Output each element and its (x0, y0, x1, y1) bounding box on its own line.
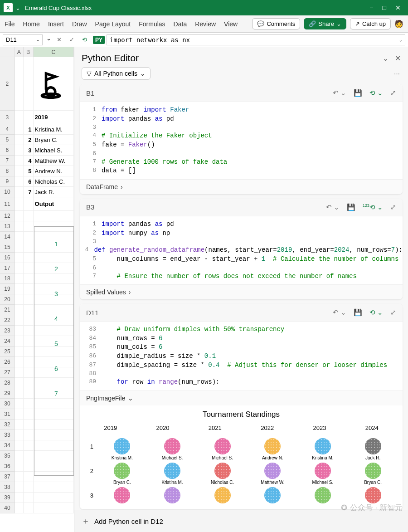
cell[interactable]: Kristina M. (34, 124, 74, 135)
expand-icon[interactable]: ⤢ (390, 308, 396, 317)
row-header[interactable]: 20 (0, 294, 15, 305)
cell[interactable] (24, 472, 34, 482)
code-line[interactable]: 88 (80, 370, 403, 378)
row-header[interactable]: 19 (0, 284, 15, 294)
row-header[interactable]: 18 (0, 273, 15, 284)
cell[interactable] (34, 493, 74, 503)
code-line[interactable]: 1from faker import Faker (80, 106, 403, 115)
cell[interactable]: 4 (24, 156, 34, 166)
cell[interactable] (24, 315, 34, 326)
cell[interactable] (15, 135, 24, 145)
cell[interactable]: Output (34, 197, 74, 211)
cell-output-type[interactable]: Spilled Values › (80, 284, 403, 299)
cell[interactable]: Matthew W. (34, 156, 74, 166)
cell[interactable] (15, 451, 24, 461)
formula-enter-icon[interactable]: ✓ (67, 35, 77, 45)
cell[interactable] (15, 197, 24, 211)
cell[interactable] (24, 221, 34, 232)
code-line[interactable]: 7 # Ensure the number of rows does not e… (80, 272, 403, 281)
cell[interactable] (24, 232, 34, 242)
col-header-a[interactable]: A (15, 47, 24, 57)
cell[interactable] (24, 284, 34, 294)
cell[interactable] (15, 187, 24, 197)
row-header[interactable]: 23 (0, 326, 15, 336)
ribbon-tab-home[interactable]: Home (23, 20, 40, 28)
row-header[interactable]: 14 (0, 232, 15, 242)
ribbon-tab-formulas[interactable]: Formulas (139, 20, 165, 28)
row-header[interactable]: 40 (0, 503, 15, 513)
cell[interactable] (15, 124, 24, 135)
code-line[interactable]: 2import pandas as pd (80, 115, 403, 124)
cell[interactable]: Michael S. (34, 145, 74, 156)
window-close-button[interactable]: ✕ (395, 4, 401, 11)
cell[interactable] (15, 221, 24, 232)
cell[interactable] (24, 378, 34, 388)
cell[interactable]: 6 (24, 176, 34, 187)
code-line[interactable]: 6 (80, 264, 403, 272)
cell[interactable] (15, 273, 24, 284)
cell[interactable] (15, 263, 24, 273)
cell[interactable] (24, 326, 34, 336)
cell[interactable] (15, 166, 24, 176)
editor-more-menu[interactable]: ⋯ (394, 70, 401, 77)
row-header[interactable]: 36 (0, 461, 15, 472)
cell[interactable] (24, 273, 34, 284)
ribbon-tab-view[interactable]: View (224, 20, 238, 28)
row-header[interactable]: 6 (0, 145, 15, 156)
cell[interactable] (15, 420, 24, 430)
ribbon-tab-page-layout[interactable]: Page Layout (95, 20, 131, 28)
ribbon-tab-review[interactable]: Review (195, 20, 216, 28)
col-header-b[interactable]: B (24, 47, 34, 57)
cell[interactable] (24, 253, 34, 263)
cell[interactable]: 1 (24, 124, 34, 135)
cell[interactable] (15, 472, 24, 482)
cell[interactable] (24, 211, 34, 221)
cell[interactable] (24, 399, 34, 409)
code-line[interactable]: 1import pandas as pd (80, 220, 403, 229)
code-line[interactable]: 5fake = Faker() (80, 141, 403, 150)
cell[interactable] (24, 305, 34, 315)
save-icon[interactable]: 💾 (354, 89, 362, 97)
comments-button[interactable]: 💬 Comments (252, 18, 300, 29)
cell[interactable] (24, 367, 34, 378)
cell[interactable] (15, 440, 24, 451)
cell[interactable] (15, 232, 24, 242)
formula-cancel-icon[interactable]: ✕ (54, 35, 64, 45)
window-maximize-button[interactable]: □ (383, 4, 386, 11)
cell[interactable] (24, 197, 34, 211)
row-header[interactable]: 7 (0, 156, 15, 166)
row-header[interactable]: 29 (0, 388, 15, 399)
cell-output-type[interactable]: DataFrame › (80, 179, 403, 194)
cell[interactable] (15, 503, 24, 513)
code-line[interactable]: 3 (80, 238, 403, 246)
share-button[interactable]: 🔗 Share ⌄ (304, 18, 346, 29)
commit-type-icon[interactable]: ⟲ ⌄ (369, 89, 383, 97)
row-header[interactable]: 37 (0, 472, 15, 482)
col-header-c[interactable]: C (34, 47, 74, 57)
row-header[interactable]: 9 (0, 176, 15, 187)
cell[interactable] (34, 503, 74, 513)
code-line[interactable]: 4def generate_random_dataframe(names, st… (80, 246, 403, 255)
save-icon[interactable]: 💾 (354, 308, 362, 317)
cell[interactable] (15, 461, 24, 472)
row-header[interactable]: 34 (0, 440, 15, 451)
row-header[interactable]: 4 (0, 124, 15, 135)
code-line[interactable]: 86 dimple_radius = size * 0.1 (80, 352, 403, 361)
cell[interactable]: 2 (24, 135, 34, 145)
save-icon[interactable]: 💾 (347, 203, 355, 211)
code-line[interactable]: 6 (80, 150, 403, 158)
undo-icon[interactable]: ↶ ⌄ (333, 89, 346, 97)
cell[interactable]: 3 (24, 145, 34, 156)
cell[interactable] (15, 211, 24, 221)
row-header[interactable]: 8 (0, 166, 15, 176)
row-header[interactable]: 26 (0, 357, 15, 367)
cell[interactable]: Jack R. (34, 187, 74, 197)
row-header[interactable]: 5 (0, 135, 15, 145)
cell[interactable] (24, 357, 34, 367)
cell[interactable] (24, 57, 34, 111)
row-header[interactable]: 25 (0, 347, 15, 357)
code-line[interactable]: 87 dimple_spacing = size * 0.4 # Adjust … (80, 361, 403, 370)
code-line[interactable]: 2import numpy as np (80, 229, 403, 238)
select-all-cell[interactable] (0, 47, 15, 57)
row-header[interactable]: 12 (0, 211, 15, 221)
